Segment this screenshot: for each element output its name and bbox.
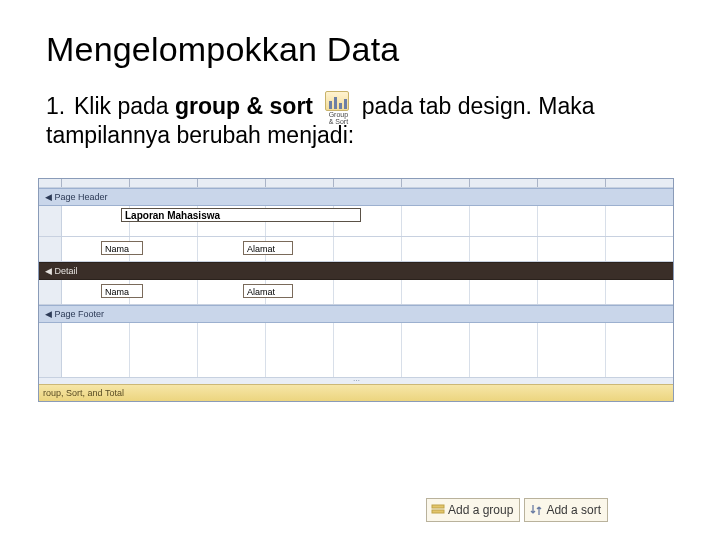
icon-caption-2: & Sort	[329, 118, 348, 125]
detail-label: Detail	[55, 266, 78, 276]
body-paragraph: 1.Klik pada group & sort Group& Sort pad…	[46, 91, 680, 150]
list-number: 1.	[46, 92, 74, 121]
page-header-label: Page Header	[55, 192, 108, 202]
report-title-control: Laporan Mahasiswa	[121, 208, 361, 222]
add-group-button[interactable]: Add a group	[426, 498, 520, 522]
page-header-section-bar: ◀ Page Header	[39, 188, 673, 206]
group-sort-icon: Group& Sort	[320, 91, 354, 121]
header-labels-row: Nama Alamat	[39, 237, 673, 262]
svg-rect-0	[432, 505, 444, 508]
text-bold-group-sort: group & sort	[175, 93, 313, 119]
page-header-section-body: Laporan Mahasiswa	[39, 206, 673, 237]
resize-handle: ⋯	[39, 377, 673, 384]
icon-caption-1: Group	[329, 111, 348, 118]
detail-section-bar: ◀ Detail	[39, 262, 673, 280]
slide-title: Mengelompokkan Data	[46, 30, 680, 69]
add-sort-label: Add a sort	[546, 503, 601, 517]
add-group-label: Add a group	[448, 503, 513, 517]
group-sort-total-pane-header: roup, Sort, and Total	[39, 384, 673, 401]
page-footer-section-bar: ◀ Page Footer	[39, 305, 673, 323]
header-alamat-label: Alamat	[243, 241, 293, 255]
text-frag-1: Klik pada	[74, 93, 175, 119]
add-group-icon	[431, 503, 445, 517]
add-sort-icon	[529, 503, 543, 517]
detail-alamat-field: Alamat	[243, 284, 293, 298]
report-designer-screenshot: ◀ Page Header Laporan Mahasiswa Nama Ala…	[38, 178, 674, 402]
add-buttons-row: Add a group Add a sort	[426, 498, 612, 522]
detail-nama-field: Nama	[101, 284, 143, 298]
horizontal-ruler	[39, 179, 673, 188]
detail-section-body: Nama Alamat	[39, 280, 673, 305]
add-sort-button[interactable]: Add a sort	[524, 498, 608, 522]
svg-rect-1	[432, 510, 444, 513]
header-nama-label: Nama	[101, 241, 143, 255]
page-footer-section-body	[39, 323, 673, 377]
page-footer-label: Page Footer	[55, 309, 105, 319]
